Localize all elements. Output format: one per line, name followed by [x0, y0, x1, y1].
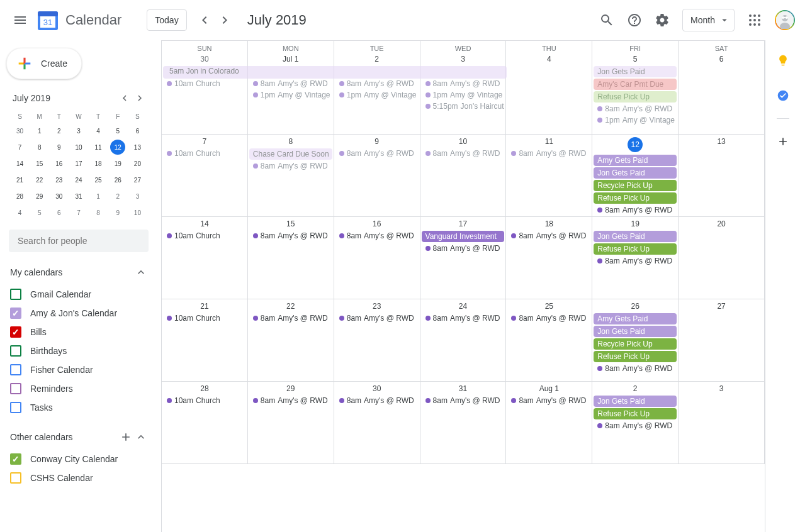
calendar-list-item[interactable]: Amy & Jon's Calendar	[9, 304, 149, 323]
day-cell[interactable]: 13	[679, 135, 765, 216]
mini-day-cell[interactable]: 6	[130, 123, 145, 138]
event[interactable]: 5:15pm Jon's Haircut	[422, 101, 505, 111]
day-number[interactable]: 12	[592, 136, 678, 155]
calendar-checkbox[interactable]	[10, 402, 21, 413]
add-addon-button[interactable]	[770, 129, 796, 154]
event[interactable]: 1pm Amy @ Vintage	[335, 90, 419, 100]
event[interactable]: 8am Amy's @ RWD	[594, 256, 677, 266]
day-cell[interactable]: 1410am Church	[162, 217, 248, 299]
day-number[interactable]: 2	[592, 383, 678, 396]
day-number[interactable]: 22	[248, 301, 334, 313]
event[interactable]: 8am Amy's @ RWD	[249, 79, 332, 89]
event[interactable]: Jon Gets Paid	[594, 231, 677, 242]
day-cell[interactable]: 228am Amy's @ RWD	[248, 299, 334, 381]
calendar-checkbox[interactable]	[10, 308, 21, 319]
mini-day-cell[interactable]: 7	[71, 205, 86, 220]
event[interactable]: 10am Church	[163, 313, 246, 323]
event[interactable]: Recycle Pick Up	[594, 338, 677, 350]
mini-prev-button[interactable]	[117, 91, 132, 106]
day-cell[interactable]: 8Chase Card Due Soon8am Amy's @ RWD	[248, 135, 334, 216]
mini-day-cell[interactable]: 5	[32, 205, 47, 220]
calendar-checkbox[interactable]	[10, 326, 21, 338]
event[interactable]: 8am Amy's @ RWD	[249, 396, 332, 406]
event[interactable]: Jon Gets Paid	[594, 167, 677, 179]
mini-day-cell[interactable]: 1	[32, 123, 47, 138]
google-apps-button[interactable]	[742, 8, 767, 33]
view-selector[interactable]: Month	[682, 9, 735, 31]
day-cell[interactable]: Aug 18am Amy's @ RWD	[506, 382, 592, 463]
event[interactable]: 8am Amy's @ RWD	[249, 231, 332, 241]
day-cell[interactable]: 26Amy Gets PaidJon Gets PaidRecycle Pick…	[592, 299, 679, 381]
event[interactable]: 8am Amy's @ RWD	[335, 396, 419, 406]
mini-day-cell[interactable]: 9	[52, 140, 67, 155]
day-number[interactable]: 28	[162, 383, 247, 396]
tasks-button[interactable]	[770, 83, 796, 108]
create-button[interactable]: Create	[6, 48, 82, 79]
keep-button[interactable]	[770, 48, 796, 73]
event[interactable]: Vanguard Investment	[422, 231, 505, 242]
next-month-button[interactable]	[215, 10, 235, 30]
calendar-list-item[interactable]: Bills	[9, 323, 149, 341]
day-number[interactable]: 23	[334, 301, 420, 313]
calendar-list-item[interactable]: Reminders	[9, 379, 149, 398]
account-avatar[interactable]	[775, 10, 795, 30]
event[interactable]: Recycle Pick Up	[594, 180, 677, 191]
event[interactable]: Jon Gets Paid	[594, 326, 677, 337]
event[interactable]: 8am Amy's @ RWD	[507, 148, 590, 158]
mini-day-cell[interactable]: 26	[110, 172, 125, 187]
today-button[interactable]: Today	[147, 9, 186, 31]
mini-day-cell[interactable]: 22	[32, 172, 47, 187]
mini-day-cell[interactable]: 3	[71, 123, 86, 138]
day-number[interactable]: 9	[334, 136, 420, 148]
event[interactable]: 1pm Amy @ Vintage	[422, 90, 505, 100]
day-cell[interactable]: 2110am Church	[162, 299, 248, 381]
day-number[interactable]: 5	[592, 53, 678, 66]
event[interactable]: 8am Amy's @ RWD	[594, 205, 677, 215]
mini-day-cell[interactable]: 10	[130, 205, 145, 220]
day-cell[interactable]: 318am Amy's @ RWD	[420, 382, 507, 463]
day-cell[interactable]: 158am Amy's @ RWD	[248, 217, 334, 299]
mini-day-cell[interactable]: 10	[71, 140, 86, 155]
mini-day-cell[interactable]: 31	[71, 189, 86, 204]
mini-day-cell[interactable]: 28	[13, 189, 28, 204]
event[interactable]: 1pm Amy @ Vintage	[249, 90, 332, 100]
mini-day-cell[interactable]: 12	[110, 140, 125, 155]
mini-day-cell[interactable]: 30	[52, 189, 67, 204]
calendar-list-item[interactable]: CSHS Calendar	[9, 468, 149, 487]
mini-day-cell[interactable]: 20	[130, 156, 145, 171]
mini-day-cell[interactable]: 6	[52, 205, 67, 220]
day-cell[interactable]: 17Vanguard Investment8am Amy's @ RWD	[420, 217, 507, 299]
day-number[interactable]: 30	[334, 383, 420, 396]
day-cell[interactable]: 2810am Church	[162, 382, 248, 463]
day-cell[interactable]: 4	[506, 52, 592, 134]
event[interactable]: 8am Amy's @ RWD	[335, 79, 419, 89]
day-number[interactable]: 27	[679, 301, 764, 313]
event[interactable]: Refuse Pick Up	[594, 351, 677, 362]
mini-day-cell[interactable]: 2	[110, 189, 125, 204]
event[interactable]: 10am Church	[163, 231, 246, 241]
day-cell[interactable]: 12Amy Gets PaidJon Gets PaidRecycle Pick…	[592, 135, 679, 216]
day-cell[interactable]: 258am Amy's @ RWD	[506, 299, 592, 381]
day-cell[interactable]: 188am Amy's @ RWD	[506, 217, 592, 299]
menu-button[interactable]	[5, 5, 35, 35]
event[interactable]: 8am Amy's @ RWD	[422, 148, 505, 158]
calendar-list-item[interactable]: Gmail Calendar	[9, 285, 149, 304]
day-number[interactable]: 4	[506, 53, 592, 66]
event[interactable]: 8am Amy's @ RWD	[335, 313, 419, 323]
event[interactable]: 8am Amy's @ RWD	[335, 148, 419, 158]
day-number[interactable]: 24	[420, 301, 506, 313]
day-number[interactable]: 2	[334, 53, 420, 66]
event[interactable]: 8am Amy's @ RWD	[422, 243, 505, 253]
event[interactable]: Amy Gets Paid	[594, 313, 677, 324]
day-cell[interactable]: Jul 18am Amy's @ RWD1pm Amy @ Vintage	[248, 52, 334, 134]
day-number[interactable]: 7	[162, 136, 247, 148]
event[interactable]: 8am Amy's @ RWD	[422, 79, 505, 89]
mini-day-cell[interactable]: 1	[91, 189, 106, 204]
mini-day-cell[interactable]: 8	[91, 205, 106, 220]
day-number[interactable]: 11	[506, 136, 592, 148]
calendar-checkbox[interactable]	[10, 345, 21, 357]
day-cell[interactable]: 6	[679, 52, 765, 134]
day-cell[interactable]: 98am Amy's @ RWD	[334, 135, 420, 216]
mini-day-cell[interactable]: 16	[52, 156, 67, 171]
prev-month-button[interactable]	[194, 10, 215, 30]
